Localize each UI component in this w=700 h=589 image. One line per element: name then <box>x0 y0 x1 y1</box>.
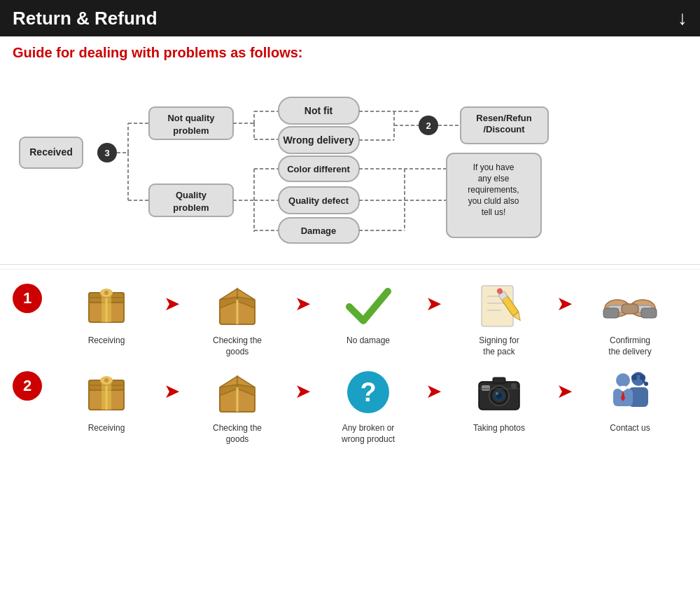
svg-text:Quality: Quality <box>176 190 207 200</box>
svg-text:problem: problem <box>173 202 209 213</box>
process-step-receiving-1: Receiving <box>49 277 164 347</box>
flowchart-area: Received 3 Not quality problem Qualit <box>13 71 687 253</box>
step-label-checking-2: Checking thegoods <box>213 423 262 445</box>
svg-point-62 <box>104 291 108 295</box>
svg-point-112 <box>640 375 645 380</box>
svg-rect-83 <box>641 308 657 318</box>
checking-icon-2 <box>206 364 269 420</box>
process-steps-1: Receiving ➤ <box>49 277 687 357</box>
photos-icon <box>468 364 531 420</box>
signing-icon <box>468 277 531 333</box>
page-wrapper: Return & Refund ↓ Guide for dealing with… <box>0 0 700 589</box>
svg-rect-82 <box>603 308 619 318</box>
svg-text:any else: any else <box>478 174 510 183</box>
svg-rect-105 <box>493 377 505 383</box>
svg-text:3: 3 <box>104 148 109 158</box>
svg-text:you cluld also: you cluld also <box>468 196 519 206</box>
arrow-r2-2-3: ➤ <box>295 380 311 403</box>
step-label-signing: Signing forthe pack <box>479 335 519 357</box>
svg-rect-106 <box>482 385 490 391</box>
process-step-receiving-2: Receiving <box>49 364 164 434</box>
svg-point-114 <box>644 382 648 386</box>
guide-section: Guide for dealing with problems as follo… <box>0 36 700 260</box>
process-step-contact: Contact us <box>573 364 687 434</box>
step-label-receiving-2: Receiving <box>88 423 125 434</box>
contact-icon <box>598 364 662 420</box>
process-section: 1 <box>0 269 700 589</box>
guide-title: Guide for dealing with problems as follo… <box>13 45 687 61</box>
svg-text:Wrong delivery: Wrong delivery <box>284 134 354 146</box>
svg-point-90 <box>104 378 108 382</box>
nodamage-icon <box>337 277 400 333</box>
header: Return & Refund ↓ <box>0 0 700 36</box>
step-label-nodamage: No damage <box>346 335 390 347</box>
process-step-signing: Signing forthe pack <box>442 277 556 357</box>
process-num-2: 2 <box>13 371 42 401</box>
svg-text:requirements,: requirements, <box>468 185 519 195</box>
svg-text:tell us!: tell us! <box>482 207 506 217</box>
process-step-checking-1: Checking thegoods <box>180 277 295 357</box>
svg-text:If you have: If you have <box>473 162 514 172</box>
svg-point-115 <box>616 373 630 387</box>
confirming-icon <box>598 277 662 333</box>
header-title: Return & Refund <box>13 8 158 29</box>
arrow-r2-4-5: ➤ <box>556 380 573 403</box>
svg-text:Damage: Damage <box>301 226 337 236</box>
svg-text:/Discount: /Discount <box>483 124 525 134</box>
svg-text:Quality defect: Quality defect <box>288 195 349 206</box>
process-row-1: 1 <box>13 277 687 357</box>
receiving-icon-2 <box>75 364 138 420</box>
step-label-photos: Taking photos <box>473 423 525 434</box>
broken-icon: ? <box>337 364 400 420</box>
svg-rect-88 <box>102 380 111 410</box>
arrow-r2-3-4: ➤ <box>426 380 442 403</box>
checking-icon-1 <box>206 277 269 333</box>
svg-text:Resen/Refun: Resen/Refun <box>476 113 532 123</box>
step-label-checking-1: Checking thegoods <box>213 335 262 357</box>
step-label-contact: Contact us <box>610 423 650 434</box>
svg-text:problem: problem <box>173 125 209 136</box>
arrow-3-4: ➤ <box>426 292 442 315</box>
svg-text:Not quality: Not quality <box>167 113 215 123</box>
svg-point-107 <box>511 383 517 389</box>
arrow-r2-1-2: ➤ <box>164 380 180 403</box>
svg-text:Received: Received <box>29 146 72 158</box>
svg-text:?: ? <box>360 377 376 407</box>
svg-rect-81 <box>622 304 638 314</box>
process-step-photos: Taking photos <box>442 364 556 434</box>
flowchart-svg: Received 3 Not quality problem Qualit <box>13 71 692 249</box>
header-arrow-icon: ↓ <box>678 7 687 29</box>
process-step-checking-2: Checking thegoods <box>180 364 295 445</box>
process-row-2: 2 Receiving <box>13 364 687 445</box>
divider <box>0 264 700 265</box>
svg-text:2: 2 <box>426 120 430 131</box>
arrow-2-3: ➤ <box>295 292 311 315</box>
process-step-nodamage: No damage <box>311 277 426 347</box>
arrow-4-5: ➤ <box>556 292 573 315</box>
svg-point-111 <box>631 375 637 380</box>
process-num-1: 1 <box>13 284 42 313</box>
process-step-confirming: Confirmingthe delivery <box>573 277 687 357</box>
step-label-broken: Any broken orwrong product <box>342 423 395 445</box>
svg-point-104 <box>496 392 498 395</box>
receiving-icon-1 <box>75 277 138 333</box>
step-label-receiving-1: Receiving <box>88 335 125 347</box>
svg-rect-60 <box>102 293 111 322</box>
step-label-confirming: Confirmingthe delivery <box>608 335 651 357</box>
svg-text:Not fit: Not fit <box>304 105 333 116</box>
process-step-broken: ? Any broken orwrong product <box>311 364 426 445</box>
svg-text:Color different: Color different <box>287 164 350 174</box>
process-steps-2: Receiving ➤ Che <box>49 364 687 445</box>
arrow-1-2: ➤ <box>164 292 180 315</box>
